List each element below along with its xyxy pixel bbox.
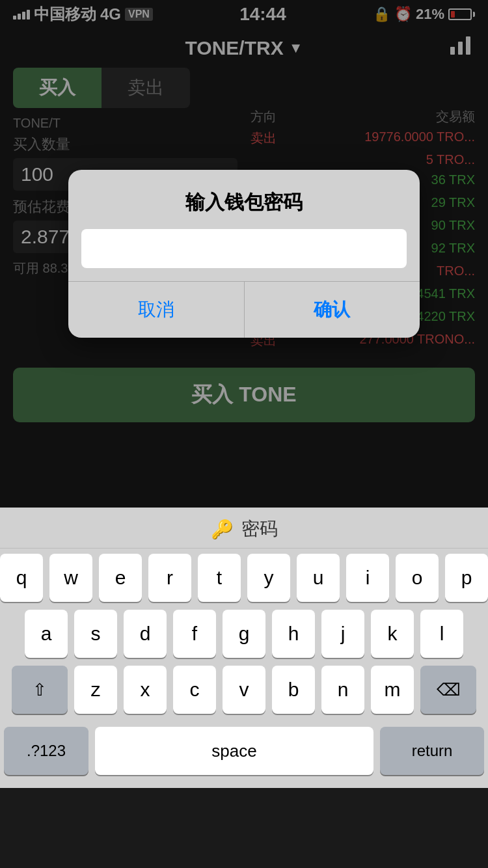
key-r[interactable]: r <box>148 554 191 602</box>
key-z[interactable]: z <box>74 666 117 714</box>
dialog-input-wrap <box>68 229 420 281</box>
key-n[interactable]: n <box>321 666 364 714</box>
keyboard-password-label: 密码 <box>241 517 278 541</box>
space-key[interactable]: space <box>95 727 373 775</box>
key-icon: 🔑 <box>211 519 234 540</box>
keyboard-password-bar: 🔑 密码 <box>0 508 488 549</box>
confirm-button[interactable]: 确认 <box>245 282 420 338</box>
dialog-title: 输入钱包密码 <box>68 170 420 229</box>
keyboard-area: 🔑 密码 q w e r t y u i o p a s d f g h j k… <box>0 508 488 788</box>
key-row-1: q w e r t y u i o p <box>4 554 484 602</box>
return-key[interactable]: return <box>380 727 484 775</box>
cancel-button[interactable]: 取消 <box>68 282 245 338</box>
key-a[interactable]: a <box>25 610 68 658</box>
key-g[interactable]: g <box>223 610 265 658</box>
dialog-buttons: 取消 确认 <box>68 281 420 338</box>
key-s[interactable]: s <box>74 610 117 658</box>
key-p[interactable]: p <box>445 554 488 602</box>
key-j[interactable]: j <box>321 610 364 658</box>
key-w[interactable]: w <box>49 554 92 602</box>
numbers-key[interactable]: .?123 <box>4 727 88 775</box>
password-input[interactable] <box>81 229 407 268</box>
key-x[interactable]: x <box>124 666 167 714</box>
key-l[interactable]: l <box>420 610 463 658</box>
dialog-overlay: 输入钱包密码 取消 确认 <box>0 0 488 508</box>
key-d[interactable]: d <box>124 610 167 658</box>
key-o[interactable]: o <box>396 554 439 602</box>
key-b[interactable]: b <box>272 666 315 714</box>
key-c[interactable]: c <box>173 666 216 714</box>
key-t[interactable]: t <box>198 554 241 602</box>
key-i[interactable]: i <box>346 554 389 602</box>
key-k[interactable]: k <box>371 610 414 658</box>
bottom-row: .?123 space return <box>0 727 488 788</box>
shift-key[interactable]: ⇧ <box>12 666 68 714</box>
key-m[interactable]: m <box>371 666 414 714</box>
key-q[interactable]: q <box>0 554 43 602</box>
keyboard-rows: q w e r t y u i o p a s d f g h j k l ⇧ … <box>0 549 488 727</box>
key-f[interactable]: f <box>173 610 216 658</box>
key-v[interactable]: v <box>223 666 265 714</box>
password-dialog: 输入钱包密码 取消 确认 <box>68 170 420 338</box>
key-row-2: a s d f g h j k l <box>4 610 484 658</box>
key-u[interactable]: u <box>297 554 340 602</box>
backspace-key[interactable]: ⌫ <box>420 666 476 714</box>
key-row-3: ⇧ z x c v b n m ⌫ <box>4 666 484 714</box>
key-h[interactable]: h <box>272 610 315 658</box>
key-y[interactable]: y <box>247 554 290 602</box>
key-e[interactable]: e <box>99 554 142 602</box>
